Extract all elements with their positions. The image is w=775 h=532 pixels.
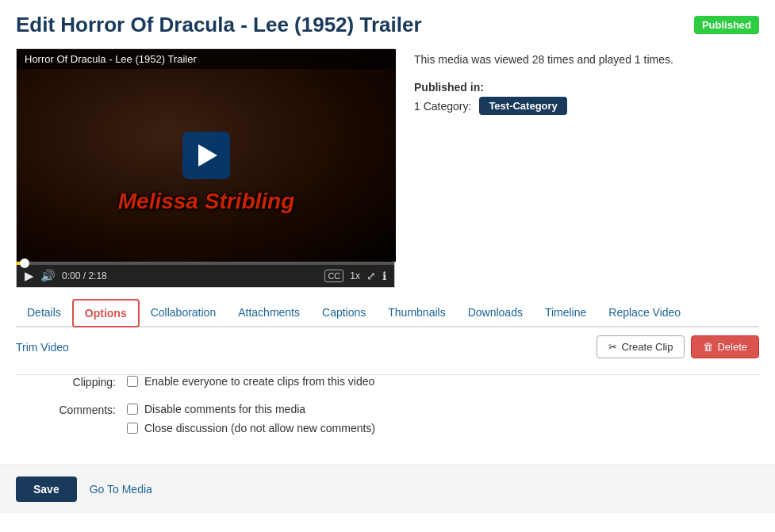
comments-option2-row[interactable]: Close discussion (do not allow new comme…	[127, 422, 375, 434]
close-discussion-checkbox[interactable]	[127, 423, 138, 434]
video-title-bar: Horror Of Dracula - Lee (1952) Trailer	[17, 49, 394, 69]
stats-text-suffix: times.	[641, 53, 673, 66]
comments-option2-label: Close discussion (do not allow new comme…	[144, 422, 375, 434]
view-count: 28	[532, 53, 545, 66]
stats-text-prefix: This media was viewed	[414, 53, 532, 66]
time-display: 0:00 / 2:18	[62, 270, 107, 281]
cc-button[interactable]: CC	[324, 270, 343, 282]
action-buttons: ✂ Create Clip 🗑 Delete	[597, 335, 759, 358]
delete-button[interactable]: 🗑 Delete	[691, 335, 759, 358]
play-pause-button[interactable]: ▶	[25, 269, 34, 283]
comments-option1-label: Disable comments for this media	[144, 403, 305, 415]
comments-row: Comments: Disable comments for this medi…	[16, 403, 759, 434]
tab-attachments[interactable]: Attachments	[227, 300, 311, 325]
clipping-controls: Enable everyone to create clips from thi…	[127, 375, 374, 388]
video-player: Horror Of Dracula - Lee (1952) Trailer M…	[16, 48, 395, 288]
published-badge: Published	[694, 16, 759, 34]
info-button[interactable]: ℹ	[382, 270, 386, 282]
clipping-label: Clipping:	[48, 375, 127, 388]
volume-button[interactable]: 🔊	[40, 269, 56, 283]
video-controls: ▶ 🔊 0:00 / 2:18 CC 1x ⤢ ℹ	[17, 265, 394, 287]
form-section: Clipping: Enable everyone to create clip…	[16, 375, 759, 465]
clipping-row: Clipping: Enable everyone to create clip…	[16, 375, 759, 388]
clipping-option-row[interactable]: Enable everyone to create clips from thi…	[127, 375, 374, 388]
comments-option1-row[interactable]: Disable comments for this media	[127, 403, 375, 415]
tab-details[interactable]: Details	[16, 300, 72, 325]
comments-label: Comments:	[48, 403, 127, 416]
comments-controls: Disable comments for this media Close di…	[127, 403, 375, 434]
scissors-icon: ✂	[608, 341, 617, 353]
video-overlay-text: Melissa Stribling	[118, 189, 295, 214]
clipping-option-label: Enable everyone to create clips from thi…	[144, 375, 374, 388]
category-row: 1 Category: Test-Category	[414, 97, 759, 115]
media-info: This media was viewed 28 times and playe…	[414, 48, 759, 288]
speed-button[interactable]: 1x	[350, 270, 360, 281]
published-in-label: Published in:	[414, 81, 759, 94]
delete-label: Delete	[717, 341, 747, 353]
tab-captions[interactable]: Captions	[311, 300, 377, 325]
page-title: Edit Horror Of Dracula - Lee (1952) Trai…	[16, 13, 422, 37]
progress-dot	[20, 258, 29, 268]
play-button[interactable]	[182, 132, 230, 179]
duration: 2:18	[88, 270, 106, 281]
category-count-label: 1 Category:	[414, 100, 471, 113]
tab-collaboration[interactable]: Collaboration	[140, 300, 228, 325]
save-button[interactable]: Save	[16, 477, 77, 502]
play-count: 1	[635, 53, 641, 66]
actions-row: Trim Video ✂ Create Clip 🗑 Delete	[16, 335, 759, 358]
tab-downloads[interactable]: Downloads	[457, 300, 534, 325]
fullscreen-button[interactable]: ⤢	[366, 270, 376, 282]
trim-video-link[interactable]: Trim Video	[16, 341, 69, 354]
content-row: Horror Of Dracula - Lee (1952) Trailer M…	[16, 48, 759, 288]
trash-icon: 🗑	[703, 341, 713, 353]
tab-replace-video[interactable]: Replace Video	[597, 300, 692, 325]
form-footer: Save Go To Media	[0, 465, 775, 513]
create-clip-label: Create Clip	[621, 341, 673, 353]
category-badge[interactable]: Test-Category	[479, 97, 566, 115]
video-frame[interactable]: Melissa Stribling	[17, 49, 396, 262]
play-icon	[198, 144, 217, 166]
stats-text-mid: times and played	[544, 53, 635, 66]
progress-bar[interactable]	[17, 262, 394, 265]
tab-options[interactable]: Options	[72, 299, 140, 327]
clipping-checkbox[interactable]	[127, 376, 138, 387]
disable-comments-checkbox[interactable]	[127, 404, 138, 415]
tabs-row: Details Options Collaboration Attachment…	[16, 299, 759, 327]
current-time: 0:00	[62, 270, 80, 281]
go-to-media-link[interactable]: Go To Media	[90, 483, 152, 496]
tab-thumbnails[interactable]: Thumbnails	[377, 300, 456, 325]
tab-timeline[interactable]: Timeline	[534, 300, 597, 325]
create-clip-button[interactable]: ✂ Create Clip	[597, 335, 685, 358]
page-header: Edit Horror Of Dracula - Lee (1952) Trai…	[16, 13, 759, 37]
media-stats: This media was viewed 28 times and playe…	[414, 52, 759, 68]
